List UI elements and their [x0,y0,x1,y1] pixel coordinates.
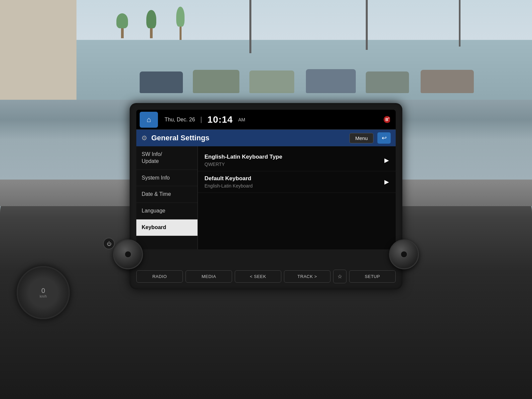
header-bar: ⌂ Thu, Dec. 26 | 10:14 AM B a [136,110,396,130]
page-title: General Settings [151,134,345,142]
parking-lot-background [0,0,532,100]
power-icon: ⏻ [107,241,111,246]
default-keyboard-row[interactable]: Default Keyboard English-Latin Keyboard … [198,171,396,193]
tree-2 [146,10,156,38]
media-button[interactable]: MEDIA [186,270,232,283]
left-knob[interactable] [113,239,143,269]
tree-3 [176,7,185,40]
keyboard-type-value: QWERTY [204,162,381,167]
menu-button[interactable]: Menu [349,133,373,143]
settings-icon: ⚙ [141,134,147,142]
sidebar-item-keyboard[interactable]: Keyboard [136,219,198,236]
seek-button[interactable]: < SEEK [235,270,281,283]
bottom-controls: RADIO MEDIA < SEEK TRACK > ☆ SETUP [136,270,396,283]
speedometer-area: 0 km/h [17,266,76,326]
power-button[interactable]: ⏻ [103,238,115,249]
date-time-display: Thu, Dec. 26 | 10:14 AM [158,114,377,125]
svg-text:a: a [388,117,389,119]
time-separator: | [200,116,202,123]
title-bar: ⚙ General Settings Menu ↩ [136,130,396,146]
track-button[interactable]: TRACK > [284,270,331,283]
default-keyboard-title: Default Keyboard [204,175,381,182]
am-pm-label: AM [238,117,245,122]
pole-2 [366,0,368,50]
sidebar-item-system-info[interactable]: System Info [136,170,198,187]
car-5 [366,71,409,93]
keyboard-type-title: English-Latin Keyboard Type [204,154,381,160]
signal-icon: B a [377,115,391,125]
home-button[interactable]: ⌂ [140,112,158,128]
tree-1 [116,13,128,38]
sidebar-item-language[interactable]: Language [136,203,198,219]
default-keyboard-value: English-Latin Keyboard [204,183,381,189]
car-3 [249,70,294,93]
keyboard-type-row[interactable]: English-Latin Keyboard Type QWERTY ▶ [198,150,396,171]
settings-sidebar: SW Info/Update System Info Date & Time L… [136,146,198,249]
head-unit-bezel: ⌂ Thu, Dec. 26 | 10:14 AM B a ⚙ Genera [130,103,402,289]
car-1 [140,71,183,93]
wall [0,0,76,100]
right-knob[interactable] [389,239,419,269]
infotainment-screen: ⌂ Thu, Dec. 26 | 10:14 AM B a ⚙ Genera [136,110,396,249]
keyboard-type-arrow: ▶ [384,157,389,164]
pole-3 [459,0,461,47]
car-6 [421,70,474,93]
sky [0,0,532,40]
car-2 [193,70,239,93]
home-icon: ⌂ [147,115,151,124]
default-keyboard-info: Default Keyboard English-Latin Keyboard [204,175,381,189]
keyboard-type-info: English-Latin Keyboard Type QWERTY [204,154,381,167]
sidebar-item-date-time[interactable]: Date & Time [136,186,198,203]
settings-main-panel: English-Latin Keyboard Type QWERTY ▶ Def… [198,146,396,249]
pole-1 [249,0,251,53]
content-area: SW Info/Update System Info Date & Time L… [136,146,396,249]
date-label: Thu, Dec. 26 [165,117,195,123]
setup-button[interactable]: SETUP [349,270,396,283]
back-button[interactable]: ↩ [377,132,391,144]
default-keyboard-arrow: ▶ [384,178,389,186]
back-icon: ↩ [382,134,387,142]
time-label: 10:14 [207,114,233,125]
favorite-button[interactable]: ☆ [333,270,346,283]
sidebar-item-sw-info[interactable]: SW Info/Update [136,146,198,170]
radio-button[interactable]: RADIO [136,270,183,283]
car-4 [306,69,356,93]
